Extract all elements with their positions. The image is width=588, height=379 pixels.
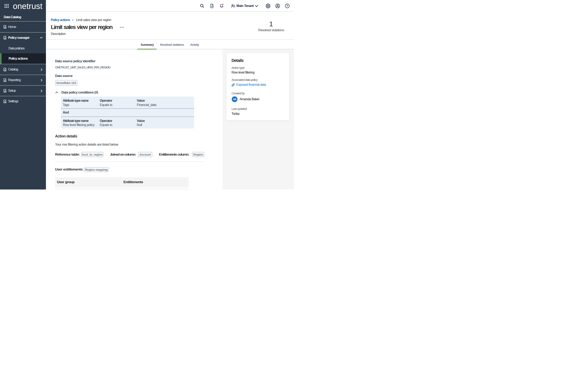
svg-text:?: ? [286,4,288,8]
